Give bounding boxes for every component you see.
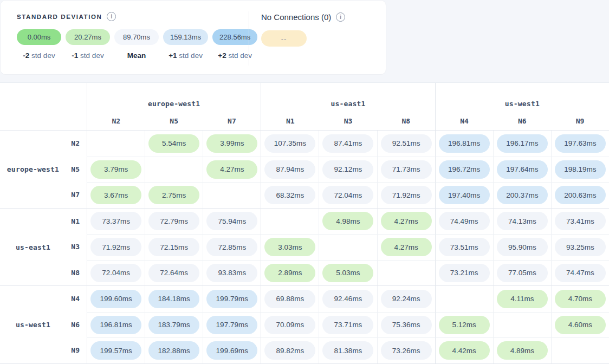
- latency-chip[interactable]: 5.03ms: [322, 264, 373, 282]
- latency-chip[interactable]: 197.63ms: [555, 134, 606, 153]
- latency-chip[interactable]: 73.26ms: [381, 341, 432, 360]
- column-node-label: N5: [145, 117, 203, 125]
- latency-chip[interactable]: 69.88ms: [264, 290, 315, 308]
- latency-chip[interactable]: 197.40ms: [439, 186, 490, 204]
- row-region-label: us-east1: [0, 243, 66, 251]
- latency-chip[interactable]: 95.90ms: [497, 238, 548, 256]
- latency-chip[interactable]: 199.69ms: [206, 341, 257, 360]
- matrix-cell: 198.19ms: [551, 157, 609, 183]
- latency-chip[interactable]: 87.41ms: [322, 134, 373, 153]
- latency-chip[interactable]: 92.46ms: [322, 290, 373, 308]
- latency-chip[interactable]: 72.15ms: [148, 238, 199, 256]
- latency-chip[interactable]: 72.79ms: [148, 212, 199, 230]
- latency-chip[interactable]: 73.37ms: [90, 212, 141, 230]
- matrix-cell: 3.79ms: [87, 157, 145, 183]
- latency-chip[interactable]: 68.32ms: [264, 186, 315, 204]
- latency-chip[interactable]: 89.82ms: [264, 341, 315, 360]
- latency-chip[interactable]: 81.38ms: [322, 341, 373, 360]
- legend-items: 0.00ms-2 std dev20.27ms-1 std dev89.70ms…: [17, 29, 249, 60]
- latency-chip[interactable]: 4.98ms: [322, 212, 373, 230]
- latency-chip[interactable]: 71.92ms: [381, 186, 432, 204]
- latency-chip[interactable]: 74.49ms: [439, 212, 490, 230]
- latency-chip[interactable]: 72.64ms: [148, 264, 199, 282]
- latency-chip[interactable]: 75.36ms: [381, 316, 432, 334]
- latency-chip[interactable]: 92.12ms: [322, 160, 373, 179]
- latency-chip[interactable]: 200.63ms: [555, 186, 606, 204]
- latency-chip[interactable]: 3.79ms: [90, 160, 141, 179]
- latency-chip[interactable]: 107.35ms: [264, 134, 315, 153]
- matrix-cell: 95.90ms: [493, 234, 551, 260]
- latency-chip[interactable]: 74.13ms: [497, 212, 548, 230]
- matrix-cell: 71.92ms: [377, 182, 435, 208]
- latency-chip[interactable]: 77.05ms: [497, 264, 548, 282]
- latency-chip[interactable]: 4.27ms: [381, 238, 432, 256]
- matrix-cell: 107.35ms: [261, 131, 319, 157]
- info-icon[interactable]: [107, 12, 116, 21]
- latency-chip[interactable]: 199.79ms: [206, 290, 257, 308]
- latency-chip[interactable]: 92.24ms: [381, 290, 432, 308]
- latency-chip[interactable]: 182.88ms: [148, 341, 199, 360]
- no-connections-section: No Connections (0) --: [249, 1, 345, 74]
- latency-chip[interactable]: 75.94ms: [206, 212, 257, 230]
- latency-chip[interactable]: 4.27ms: [381, 212, 432, 230]
- latency-chip[interactable]: 71.92ms: [90, 238, 141, 256]
- legend-item: 159.13ms+1 std dev: [163, 29, 208, 60]
- latency-chip[interactable]: 196.17ms: [497, 134, 548, 153]
- latency-chip[interactable]: 87.94ms: [264, 160, 315, 179]
- latency-chip[interactable]: 3.03ms: [264, 238, 315, 256]
- matrix-cell: 199.57ms: [87, 337, 145, 363]
- matrix-cell: 5.12ms: [435, 312, 493, 338]
- latency-chip[interactable]: 74.47ms: [555, 264, 606, 282]
- no-connections-chip: --: [261, 30, 307, 47]
- latency-chip[interactable]: 197.79ms: [206, 316, 257, 334]
- matrix-cell: 93.83ms: [203, 260, 261, 286]
- info-icon[interactable]: [336, 12, 345, 22]
- latency-chip[interactable]: 93.25ms: [555, 238, 606, 256]
- latency-chip[interactable]: 72.85ms: [206, 238, 257, 256]
- latency-chip[interactable]: 200.37ms: [497, 186, 548, 204]
- latency-chip[interactable]: 93.83ms: [206, 264, 257, 282]
- latency-chip[interactable]: 4.42ms: [439, 341, 490, 360]
- matrix-cell: 87.41ms: [319, 131, 377, 157]
- latency-chip[interactable]: 184.18ms: [148, 290, 199, 308]
- column-node-row: N4N6N9: [436, 117, 609, 125]
- latency-chip[interactable]: 73.71ms: [322, 316, 373, 334]
- matrix-cell: 71.92ms: [87, 234, 145, 260]
- latency-chip[interactable]: 72.04ms: [90, 264, 141, 282]
- latency-chip[interactable]: 199.57ms: [90, 341, 141, 360]
- matrix-cell: 197.79ms: [203, 312, 261, 338]
- legend-label: +1 std dev: [169, 51, 203, 60]
- latency-chip[interactable]: 4.27ms: [206, 160, 257, 179]
- latency-chip[interactable]: 4.70ms: [555, 290, 606, 308]
- latency-chip[interactable]: 71.73ms: [381, 160, 432, 179]
- latency-chip[interactable]: 92.51ms: [381, 134, 432, 153]
- latency-chip[interactable]: 70.09ms: [264, 316, 315, 334]
- latency-chip[interactable]: 5.54ms: [148, 134, 199, 153]
- latency-chip[interactable]: 196.81ms: [439, 134, 490, 153]
- row-node-label: N7: [0, 182, 87, 208]
- matrix-cell: 92.24ms: [377, 286, 435, 312]
- column-node-label: N6: [493, 117, 551, 125]
- latency-chip[interactable]: 4.60ms: [555, 316, 606, 334]
- latency-chip[interactable]: 5.12ms: [439, 316, 490, 334]
- matrix-row-group: europe-west1N25.54ms3.99ms107.35ms87.41m…: [0, 131, 609, 208]
- latency-chip[interactable]: 73.21ms: [439, 264, 490, 282]
- latency-chip[interactable]: 73.51ms: [439, 238, 490, 256]
- legend-label: +2 std dev: [218, 51, 252, 60]
- latency-chip[interactable]: 196.81ms: [90, 316, 141, 334]
- latency-chip[interactable]: 198.19ms: [555, 160, 606, 179]
- latency-chip[interactable]: 4.89ms: [497, 341, 548, 360]
- latency-chip[interactable]: 4.11ms: [497, 290, 548, 308]
- latency-chip[interactable]: 183.79ms: [148, 316, 199, 334]
- latency-chip[interactable]: 2.89ms: [264, 264, 315, 282]
- latency-chip[interactable]: 72.04ms: [322, 186, 373, 204]
- matrix-cell: 89.82ms: [261, 337, 319, 363]
- latency-chip[interactable]: 2.75ms: [148, 186, 199, 204]
- matrix-cell: 72.64ms: [145, 260, 203, 286]
- latency-chip[interactable]: 197.64ms: [497, 160, 548, 179]
- latency-chip[interactable]: 196.72ms: [439, 160, 490, 179]
- latency-chip[interactable]: 3.99ms: [206, 134, 257, 153]
- latency-chip[interactable]: 73.41ms: [555, 212, 606, 230]
- latency-chip[interactable]: 199.60ms: [90, 290, 141, 308]
- latency-chip[interactable]: 3.67ms: [90, 186, 141, 204]
